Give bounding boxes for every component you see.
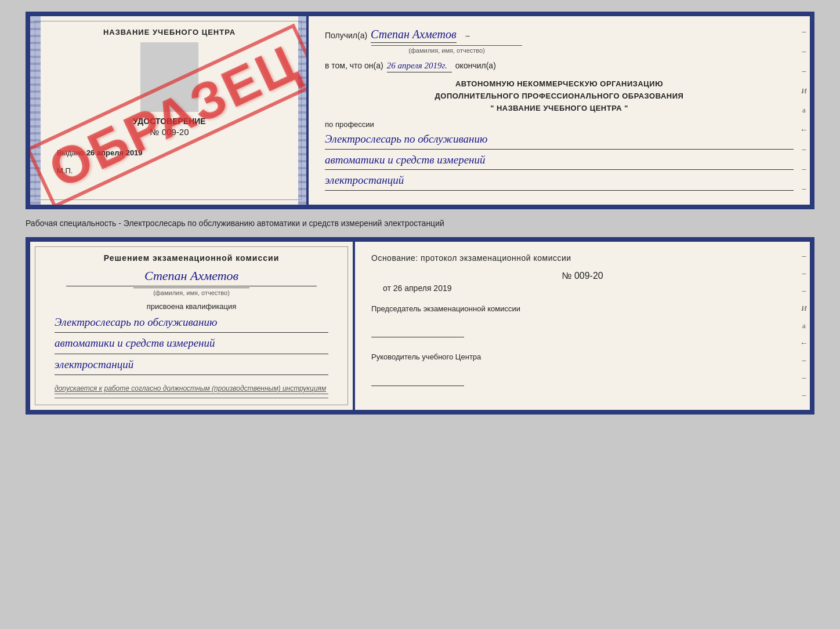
udostoverenie-number: № 009-20: [57, 127, 282, 137]
vydano-line: Выдано 26 апреля 2019: [57, 148, 282, 157]
bottom-profession-1: Электрослесарь по обслуживанию: [55, 314, 328, 333]
separator-text: Рабочая специальность - Электрослесарь п…: [26, 216, 814, 230]
predsedatel-label: Председатель экзаменационной комиссии: [371, 303, 794, 315]
top-doc-right-panel: Получил(а) Степан Ахметов – (фамилия, им…: [309, 16, 810, 205]
top-doc-left-panel: НАЗВАНИЕ УЧЕБНОГО ЦЕНТРА УДОСТОВЕРЕНИЕ №…: [30, 16, 309, 205]
udostoverenie-label: УДОСТОВЕРЕНИЕ: [57, 117, 282, 126]
protocol-number: № 009-20: [371, 271, 794, 281]
po-professii: по профессии: [325, 120, 794, 129]
mp-label: М.П.: [57, 166, 282, 175]
bottom-profession-3: электростанций: [55, 357, 328, 376]
photo-placeholder: [140, 42, 198, 112]
signature-line-bottom-left: [55, 398, 328, 398]
profession-line-2: автоматики и средств измерений: [325, 152, 794, 170]
profession-line-3: электростанций: [325, 172, 794, 191]
bottom-profession-2: автоматики и средств измерений: [55, 335, 328, 354]
okончил: окончил(а): [455, 61, 496, 70]
received-prefix: Получил(а): [325, 31, 367, 40]
profession-line-1: Электрослесарь по обслуживанию: [325, 131, 794, 150]
top-document: НАЗВАНИЕ УЧЕБНОГО ЦЕНТРА УДОСТОВЕРЕНИЕ №…: [26, 12, 814, 209]
bottom-doc-left-panel: Решением экзаменационной комиссии Степан…: [30, 242, 355, 410]
resheniem-title: Решением экзаменационной комиссии: [55, 253, 328, 263]
school-name-top: НАЗВАНИЕ УЧЕБНОГО ЦЕНТРА: [57, 28, 282, 37]
left-decorative-bar: [30, 16, 41, 205]
rukovoditel-signature-line: [371, 375, 464, 386]
bottom-doc-right-panel: Основание: протокол экзаменационной коми…: [355, 242, 810, 410]
predsedatel-block: Председатель экзаменационной комиссии: [371, 303, 794, 338]
vtom-line: в том, что он(а) 26 апреля 2019г. окончи…: [325, 61, 794, 72]
osnovaniye-label: Основание: протокол экзаменационной коми…: [371, 253, 794, 263]
bottom-fio-label: (фамилия, имя, отчество): [133, 288, 249, 296]
rukovoditel-label: Руководитель учебного Центра: [371, 351, 794, 363]
bottom-right-side-marks: – – – И а ← – – –: [798, 242, 810, 410]
received-line: Получил(а) Степан Ахметов –: [325, 28, 794, 43]
protocol-date: от 26 апреля 2019: [383, 283, 794, 293]
right-decorative-bar-left-panel: [298, 16, 306, 205]
org-block: АВТОНОМНУЮ НЕКОММЕРЧЕСКУЮ ОРГАНИЗАЦИЮ ДО…: [325, 78, 794, 114]
bottom-document: Решением экзаменационной комиссии Степан…: [26, 237, 814, 415]
bottom-recipient-name: Степан Ахметов: [66, 268, 317, 286]
vtom-prefix: в том, что он(а): [325, 61, 383, 70]
vtom-date: 26 апреля 2019г.: [387, 61, 452, 72]
rukovoditel-block: Руководитель учебного Центра: [371, 351, 794, 386]
dopuskaetsya-line: допускается к работе согласно должностны…: [55, 384, 328, 394]
recipient-name: Степан Ахметов: [371, 28, 456, 43]
top-right-side-marks: – – – И а ← – – –: [798, 16, 810, 205]
prisvoena-label: присвоена квалификация: [55, 302, 328, 311]
predsedatel-signature-line: [371, 326, 464, 337]
fio-label-top: (фамилия, имя, отчество): [371, 45, 522, 54]
